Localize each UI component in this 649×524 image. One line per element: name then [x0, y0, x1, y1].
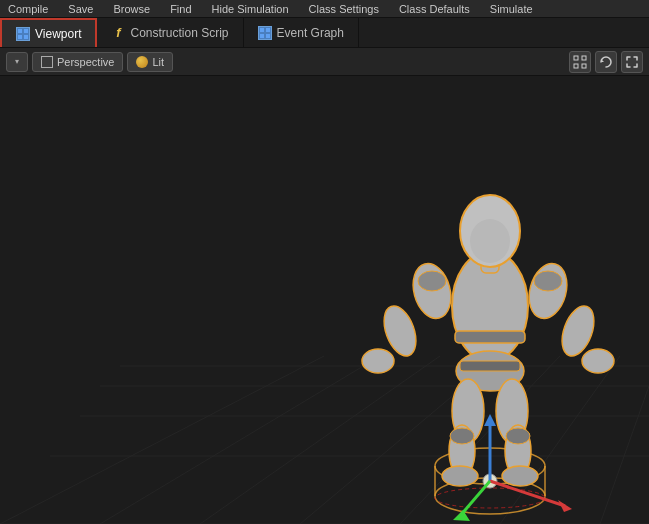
svg-point-46	[442, 466, 478, 486]
menu-browse[interactable]: Browse	[109, 3, 154, 15]
viewport-area[interactable]	[0, 76, 649, 524]
menu-class-settings[interactable]: Class Settings	[305, 3, 383, 15]
viewport-controls	[569, 51, 643, 73]
perspective-label: Perspective	[57, 56, 114, 68]
viewport-scene	[0, 76, 649, 524]
tab-event-graph[interactable]: Event Graph	[244, 18, 359, 47]
tab-viewport-label: Viewport	[35, 27, 81, 41]
maximize-control-button[interactable]	[621, 51, 643, 73]
svg-rect-10	[574, 64, 578, 68]
svg-rect-32	[455, 331, 525, 343]
maximize-icon	[625, 55, 639, 69]
event-icon	[258, 26, 272, 40]
svg-rect-1	[24, 29, 28, 33]
menu-bar: Compile Save Browse Find Hide Simulation…	[0, 0, 649, 18]
grid-control-button[interactable]	[569, 51, 591, 73]
tab-event-label: Event Graph	[277, 26, 344, 40]
svg-point-41	[582, 349, 614, 373]
script-icon: f	[111, 26, 125, 40]
svg-rect-2	[18, 35, 22, 39]
tab-construction-script[interactable]: f Construction Scrip	[97, 18, 243, 47]
perspective-button[interactable]: Perspective	[32, 52, 123, 72]
refresh-control-button[interactable]	[595, 51, 617, 73]
menu-class-defaults[interactable]: Class Defaults	[395, 3, 474, 15]
svg-rect-6	[260, 34, 264, 38]
lit-icon	[136, 56, 148, 68]
svg-rect-7	[266, 34, 270, 38]
svg-point-53	[534, 271, 562, 291]
svg-rect-0	[18, 29, 22, 33]
viewport-dropdown-button[interactable]: ▾	[6, 52, 28, 72]
svg-rect-9	[582, 56, 586, 60]
svg-point-49	[502, 466, 538, 486]
refresh-icon	[599, 55, 613, 69]
tab-construction-label: Construction Scrip	[130, 26, 228, 40]
svg-point-50	[450, 428, 474, 444]
perspective-icon	[41, 56, 53, 68]
tab-viewport[interactable]: Viewport	[0, 18, 97, 47]
svg-point-52	[418, 271, 446, 291]
grid-icon	[573, 55, 587, 69]
svg-point-51	[506, 428, 530, 444]
svg-point-35	[470, 219, 510, 263]
menu-compile[interactable]: Compile	[4, 3, 52, 15]
dropdown-arrow-icon: ▾	[15, 57, 19, 66]
lit-button[interactable]: Lit	[127, 52, 173, 72]
svg-rect-8	[574, 56, 578, 60]
viewport-icon	[16, 27, 30, 41]
svg-rect-11	[582, 64, 586, 68]
viewport-toolbar: ▾ Perspective Lit	[0, 48, 649, 76]
svg-rect-5	[266, 28, 270, 32]
menu-simulate[interactable]: Simulate	[486, 3, 537, 15]
lit-label: Lit	[152, 56, 164, 68]
svg-rect-43	[460, 361, 520, 371]
menu-save[interactable]: Save	[64, 3, 97, 15]
tab-bar: Viewport f Construction Scrip Event Grap…	[0, 18, 649, 48]
svg-rect-3	[24, 35, 28, 39]
svg-rect-4	[260, 28, 264, 32]
svg-point-38	[362, 349, 394, 373]
menu-find[interactable]: Find	[166, 3, 195, 15]
menu-hide-sim[interactable]: Hide Simulation	[208, 3, 293, 15]
